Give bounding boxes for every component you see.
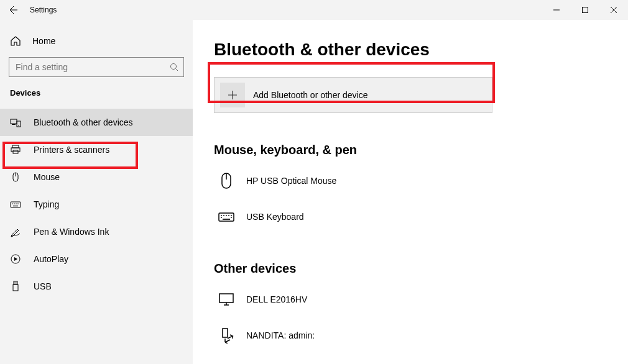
back-arrow-icon [9,5,19,15]
sidebar-item-typing[interactable]: Typing [0,191,193,218]
minimize-icon [553,7,560,13]
svg-rect-18 [14,281,17,284]
svg-rect-7 [11,148,20,152]
svg-rect-0 [583,7,588,13]
close-button[interactable] [599,0,628,20]
svg-point-26 [223,215,224,216]
sidebar-item-autoplay[interactable]: AutoPlay [0,245,193,273]
sidebar-item-bluetooth[interactable]: Bluetooth & other devices [0,109,193,136]
sidebar-item-mouse[interactable]: Mouse [0,163,193,191]
svg-rect-33 [219,294,233,303]
device-row[interactable]: HP USB Optical Mouse [214,166,628,196]
autoplay-icon [10,253,21,265]
search-box[interactable] [9,57,184,77]
svg-point-30 [221,217,222,218]
usb-icon [10,281,21,292]
maximize-icon [582,7,588,13]
search-input[interactable] [9,58,162,76]
sidebar-item-usb[interactable]: USB [0,273,193,300]
svg-point-31 [231,217,232,218]
sidebar-group-title: Devices [0,88,193,98]
device-label: DELL E2016HV [246,294,307,304]
plus-icon [220,83,245,107]
minimize-button[interactable] [542,0,571,20]
device-row[interactable]: DELL E2016HV [214,284,628,314]
svg-rect-16 [13,206,18,206]
svg-point-1 [171,64,177,70]
svg-rect-11 [11,202,21,207]
svg-rect-36 [223,329,228,337]
sidebar-item-label: Mouse [34,172,60,182]
svg-point-27 [226,215,227,216]
home-button[interactable]: Home [0,29,193,53]
main-panel: Bluetooth & other devices Add Bluetooth … [193,20,628,364]
home-label: Home [32,36,55,46]
svg-point-14 [16,203,16,204]
svg-point-29 [231,215,232,216]
add-device-button[interactable]: Add Bluetooth or other device [214,77,492,113]
sidebar-item-label: Pen & Windows Ink [34,227,109,237]
device-row[interactable]: USB Keyboard [214,202,628,232]
svg-rect-20 [15,283,16,284]
device-label: NANDITA: admin: [246,330,315,340]
sidebar-item-label: Bluetooth & other devices [34,117,133,127]
printer-icon [10,144,21,155]
sidebar-item-printers[interactable]: Printers & scanners [0,136,193,163]
search-wrap [0,57,193,77]
content-area: Home Devices Bluetooth & other devices P… [0,20,628,364]
window-controls [542,0,628,20]
device-label: USB Keyboard [246,212,304,222]
sidebar-item-pen[interactable]: Pen & Windows Ink [0,218,193,245]
svg-rect-3 [12,124,16,125]
device-row[interactable]: NANDITA: admin: [214,321,628,350]
device-label: HP USB Optical Mouse [246,176,336,186]
page-title: Bluetooth & other devices [214,40,628,60]
monitor-icon [218,293,235,306]
svg-point-13 [14,203,14,204]
close-icon [611,7,617,13]
section-title-input: Mouse, keyboard, & pen [214,143,628,157]
svg-rect-2 [11,119,17,124]
svg-point-28 [228,215,229,216]
svg-rect-19 [13,284,18,291]
device-generic-icon [218,327,235,344]
bluetooth-devices-icon [10,117,21,128]
sidebar-item-label: USB [34,281,52,291]
pen-icon [10,226,21,237]
svg-point-15 [17,203,18,204]
search-icon [170,63,178,71]
sidebar-item-label: AutoPlay [34,254,68,264]
svg-rect-6 [12,145,19,148]
add-device-label: Add Bluetooth or other device [253,90,367,100]
mouse-icon [10,171,21,183]
svg-point-25 [221,215,222,216]
svg-point-12 [12,203,12,204]
titlebar: Settings [0,0,628,20]
window-title: Settings [30,6,57,14]
svg-rect-32 [223,219,230,220]
keyboard-icon [218,211,235,222]
mouse-icon [218,172,235,189]
sidebar-item-label: Printers & scanners [34,145,109,155]
section-title-other: Other devices [214,262,628,276]
svg-point-5 [18,125,19,126]
maximize-button[interactable] [571,0,599,20]
sidebar-item-label: Typing [34,199,59,209]
keyboard-icon [10,199,21,210]
home-icon [10,35,21,47]
sidebar: Home Devices Bluetooth & other devices P… [0,20,193,364]
svg-rect-21 [16,283,17,284]
back-button[interactable] [0,0,27,20]
